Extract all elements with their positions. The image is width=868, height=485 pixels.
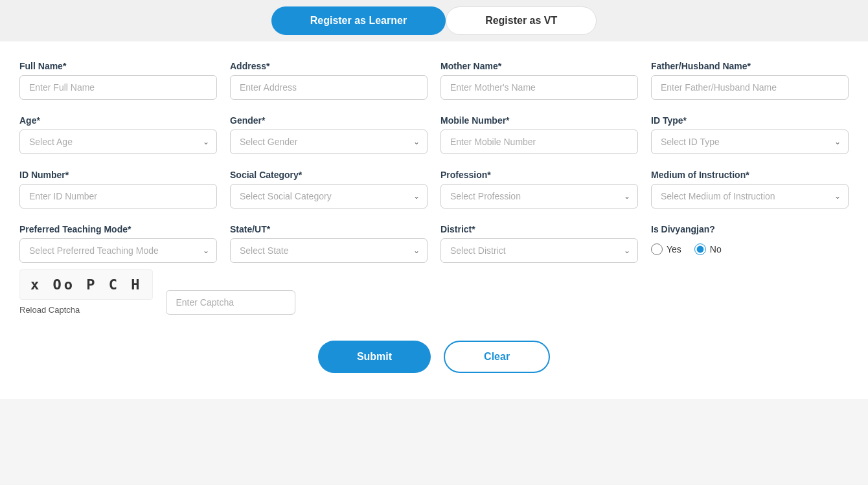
captcha-row: x Oo P C H Reload Captcha: [19, 269, 849, 315]
field-state-ut: State/UT* Select State ⌄: [230, 224, 428, 263]
input-captcha[interactable]: [166, 290, 295, 315]
select-state[interactable]: Select State: [230, 238, 428, 263]
submit-button[interactable]: Submit: [318, 341, 431, 373]
input-father-name[interactable]: [651, 75, 849, 100]
label-is-divyangjan: Is Divyangjan?: [651, 224, 849, 234]
field-is-divyangjan: Is Divyangjan? Yes No: [651, 224, 849, 263]
label-mobile-number: Mobile Number*: [440, 115, 638, 126]
label-id-type: ID Type*: [651, 115, 849, 126]
radio-yes-label: Yes: [667, 244, 681, 254]
field-gender: Gender* Select Gender ⌄: [230, 115, 428, 154]
select-medium-of-instruction[interactable]: Select Medium of Instruction: [651, 184, 849, 209]
tab-register-vt[interactable]: Register as VT: [446, 6, 597, 35]
field-preferred-teaching-mode: Preferred Teaching Mode* Select Preferre…: [19, 224, 217, 263]
input-mobile-number[interactable]: [440, 130, 638, 154]
select-wrapper-medium: Select Medium of Instruction ⌄: [651, 184, 849, 209]
field-father-name: Father/Husband Name*: [651, 61, 849, 100]
select-wrapper-gender: Select Gender ⌄: [230, 130, 428, 154]
select-wrapper-id-type: Select ID Type ⌄: [651, 130, 849, 154]
reload-captcha[interactable]: Reload Captcha: [19, 305, 153, 315]
tab-bar: Register as Learner Register as VT: [0, 0, 868, 41]
field-full-name: Full Name*: [19, 61, 217, 100]
clear-button[interactable]: Clear: [444, 341, 550, 373]
radio-label-yes[interactable]: Yes: [651, 243, 681, 255]
radio-no[interactable]: [694, 243, 706, 255]
field-medium-of-instruction: Medium of Instruction* Select Medium of …: [651, 170, 849, 209]
select-wrapper-state: Select State ⌄: [230, 238, 428, 263]
label-father-name: Father/Husband Name*: [651, 61, 849, 71]
select-wrapper-teaching-mode: Select Preferred Teaching Mode ⌄: [19, 238, 217, 263]
label-address: Address*: [230, 61, 428, 71]
radio-label-no[interactable]: No: [694, 243, 722, 255]
input-mother-name[interactable]: [440, 75, 638, 100]
label-age: Age*: [19, 115, 217, 126]
label-gender: Gender*: [230, 115, 428, 126]
select-wrapper-profession: Select Profession ⌄: [440, 184, 638, 209]
label-id-number: ID Number*: [19, 170, 217, 180]
label-state-ut: State/UT*: [230, 224, 428, 234]
input-full-name[interactable]: [19, 75, 217, 100]
select-social-category[interactable]: Select Social Category: [230, 184, 428, 209]
select-profession[interactable]: Select Profession: [440, 184, 638, 209]
field-age: Age* Select Age ⌄: [19, 115, 217, 154]
select-gender[interactable]: Select Gender: [230, 130, 428, 154]
form-grid: Full Name* Address* Mother Name* Father/…: [19, 61, 849, 263]
captcha-image: x Oo P C H: [19, 269, 153, 300]
select-district[interactable]: Select District: [440, 238, 638, 263]
select-id-type[interactable]: Select ID Type: [651, 130, 849, 154]
form-container: Full Name* Address* Mother Name* Father/…: [0, 41, 868, 399]
radio-no-label: No: [710, 244, 722, 254]
field-profession: Profession* Select Profession ⌄: [440, 170, 638, 209]
field-id-number: ID Number*: [19, 170, 217, 209]
field-social-category: Social Category* Select Social Category …: [230, 170, 428, 209]
tab-register-learner[interactable]: Register as Learner: [271, 6, 446, 35]
select-age[interactable]: Select Age: [19, 130, 217, 154]
select-preferred-teaching-mode[interactable]: Select Preferred Teaching Mode: [19, 238, 217, 263]
field-address: Address*: [230, 61, 428, 100]
input-id-number[interactable]: [19, 184, 217, 209]
field-mobile-number: Mobile Number*: [440, 115, 638, 154]
button-row: Submit Clear: [19, 341, 849, 373]
input-address[interactable]: [230, 75, 428, 100]
label-medium-of-instruction: Medium of Instruction*: [651, 170, 849, 180]
label-district: District*: [440, 224, 638, 234]
radio-yes[interactable]: [651, 243, 663, 255]
select-wrapper-social-category: Select Social Category ⌄: [230, 184, 428, 209]
label-mother-name: Mother Name*: [440, 61, 638, 71]
select-wrapper-age: Select Age ⌄: [19, 130, 217, 154]
radio-group-divyangjan: Yes No: [651, 238, 849, 255]
field-mother-name: Mother Name*: [440, 61, 638, 100]
label-social-category: Social Category*: [230, 170, 428, 180]
label-profession: Profession*: [440, 170, 638, 180]
field-id-type: ID Type* Select ID Type ⌄: [651, 115, 849, 154]
label-full-name: Full Name*: [19, 61, 217, 71]
captcha-col: x Oo P C H Reload Captcha: [19, 269, 153, 315]
field-district: District* Select District ⌄: [440, 224, 638, 263]
select-wrapper-district: Select District ⌄: [440, 238, 638, 263]
label-preferred-teaching-mode: Preferred Teaching Mode*: [19, 224, 217, 234]
